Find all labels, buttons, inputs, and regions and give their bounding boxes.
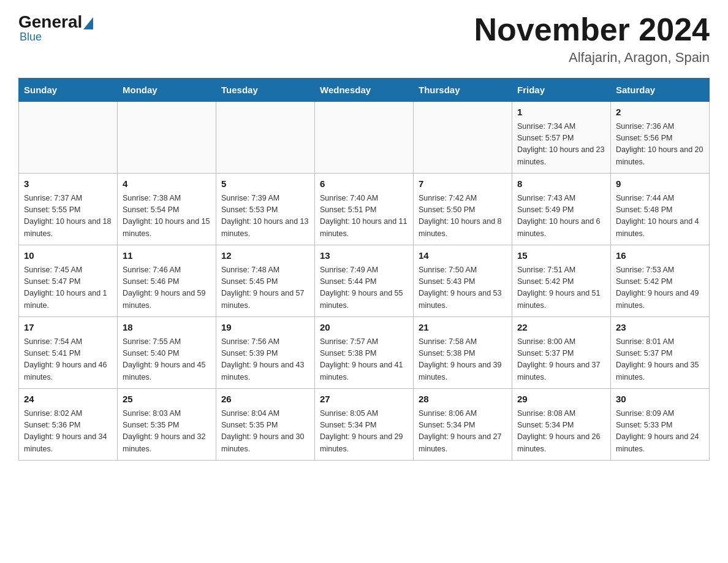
day-info: Sunrise: 8:03 AM Sunset: 5:35 PM Dayligh… [123, 408, 211, 456]
table-row: 6Sunrise: 7:40 AM Sunset: 5:51 PM Daylig… [315, 174, 414, 245]
calendar-table: Sunday Monday Tuesday Wednesday Thursday… [18, 78, 710, 461]
day-number: 22 [517, 321, 605, 335]
day-info: Sunrise: 7:39 AM Sunset: 5:53 PM Dayligh… [221, 193, 309, 240]
calendar-row: 24Sunrise: 8:02 AM Sunset: 5:36 PM Dayli… [19, 389, 710, 461]
day-number: 26 [221, 393, 309, 407]
day-info: Sunrise: 8:08 AM Sunset: 5:34 PM Dayligh… [517, 408, 605, 456]
day-number: 29 [517, 393, 605, 407]
table-row [118, 102, 216, 174]
day-info: Sunrise: 8:00 AM Sunset: 5:37 PM Dayligh… [517, 336, 605, 384]
table-row: 23Sunrise: 8:01 AM Sunset: 5:37 PM Dayli… [611, 317, 710, 389]
table-row [216, 102, 315, 174]
table-row: 10Sunrise: 7:45 AM Sunset: 5:47 PM Dayli… [19, 245, 118, 317]
table-row: 1Sunrise: 7:34 AM Sunset: 5:57 PM Daylig… [512, 102, 611, 174]
day-number: 14 [419, 249, 507, 263]
calendar-row: 3Sunrise: 7:37 AM Sunset: 5:55 PM Daylig… [19, 174, 710, 245]
day-info: Sunrise: 7:58 AM Sunset: 5:38 PM Dayligh… [419, 336, 507, 384]
table-row: 22Sunrise: 8:00 AM Sunset: 5:37 PM Dayli… [512, 317, 611, 389]
day-number: 19 [221, 321, 309, 335]
calendar-header-row: Sunday Monday Tuesday Wednesday Thursday… [19, 79, 710, 102]
table-row: 30Sunrise: 8:09 AM Sunset: 5:33 PM Dayli… [611, 389, 710, 461]
day-number: 8 [517, 177, 605, 191]
table-row: 20Sunrise: 7:57 AM Sunset: 5:38 PM Dayli… [315, 317, 414, 389]
table-row: 16Sunrise: 7:53 AM Sunset: 5:42 PM Dayli… [611, 245, 710, 317]
location-title: Alfajarin, Aragon, Spain [474, 50, 710, 66]
day-info: Sunrise: 7:36 AM Sunset: 5:56 PM Dayligh… [616, 121, 704, 169]
day-info: Sunrise: 7:43 AM Sunset: 5:49 PM Dayligh… [517, 193, 605, 240]
day-number: 24 [24, 393, 112, 407]
header-saturday: Saturday [611, 79, 710, 102]
day-info: Sunrise: 7:54 AM Sunset: 5:41 PM Dayligh… [24, 336, 112, 384]
day-number: 23 [616, 321, 704, 335]
day-number: 5 [221, 177, 309, 191]
header-thursday: Thursday [414, 79, 512, 102]
day-number: 11 [123, 249, 211, 263]
table-row: 12Sunrise: 7:48 AM Sunset: 5:45 PM Dayli… [216, 245, 315, 317]
day-info: Sunrise: 7:53 AM Sunset: 5:42 PM Dayligh… [616, 264, 704, 312]
header-wednesday: Wednesday [315, 79, 414, 102]
table-row: 21Sunrise: 7:58 AM Sunset: 5:38 PM Dayli… [414, 317, 512, 389]
day-number: 9 [616, 177, 704, 191]
day-number: 13 [320, 249, 408, 263]
table-row: 2Sunrise: 7:36 AM Sunset: 5:56 PM Daylig… [611, 102, 710, 174]
table-row: 11Sunrise: 7:46 AM Sunset: 5:46 PM Dayli… [118, 245, 216, 317]
day-number: 30 [616, 393, 704, 407]
day-number: 4 [123, 177, 211, 191]
page-header: General Blue November 2024 Alfajarin, Ar… [18, 12, 710, 66]
day-info: Sunrise: 7:55 AM Sunset: 5:40 PM Dayligh… [123, 336, 211, 384]
table-row: 18Sunrise: 7:55 AM Sunset: 5:40 PM Dayli… [118, 317, 216, 389]
table-row [315, 102, 414, 174]
table-row: 4Sunrise: 7:38 AM Sunset: 5:54 PM Daylig… [118, 174, 216, 245]
day-info: Sunrise: 7:56 AM Sunset: 5:39 PM Dayligh… [221, 336, 309, 384]
table-row: 13Sunrise: 7:49 AM Sunset: 5:44 PM Dayli… [315, 245, 414, 317]
day-number: 16 [616, 249, 704, 263]
table-row: 27Sunrise: 8:05 AM Sunset: 5:34 PM Dayli… [315, 389, 414, 461]
day-number: 15 [517, 249, 605, 263]
day-number: 7 [419, 177, 507, 191]
table-row: 5Sunrise: 7:39 AM Sunset: 5:53 PM Daylig… [216, 174, 315, 245]
table-row: 17Sunrise: 7:54 AM Sunset: 5:41 PM Dayli… [19, 317, 118, 389]
table-row: 25Sunrise: 8:03 AM Sunset: 5:35 PM Dayli… [118, 389, 216, 461]
table-row: 3Sunrise: 7:37 AM Sunset: 5:55 PM Daylig… [19, 174, 118, 245]
day-info: Sunrise: 7:46 AM Sunset: 5:46 PM Dayligh… [123, 264, 211, 312]
table-row: 7Sunrise: 7:42 AM Sunset: 5:50 PM Daylig… [414, 174, 512, 245]
day-number: 6 [320, 177, 408, 191]
day-info: Sunrise: 7:48 AM Sunset: 5:45 PM Dayligh… [221, 264, 309, 312]
logo-triangle-icon [83, 17, 93, 29]
day-info: Sunrise: 8:02 AM Sunset: 5:36 PM Dayligh… [24, 408, 112, 456]
table-row: 26Sunrise: 8:04 AM Sunset: 5:35 PM Dayli… [216, 389, 315, 461]
table-row [19, 102, 118, 174]
day-number: 18 [123, 321, 211, 335]
title-block: November 2024 Alfajarin, Aragon, Spain [474, 12, 710, 66]
logo-general-text: General [18, 12, 82, 32]
table-row: 19Sunrise: 7:56 AM Sunset: 5:39 PM Dayli… [216, 317, 315, 389]
logo-blue-text: Blue [20, 31, 42, 44]
table-row [414, 102, 512, 174]
table-row: 15Sunrise: 7:51 AM Sunset: 5:42 PM Dayli… [512, 245, 611, 317]
day-info: Sunrise: 7:37 AM Sunset: 5:55 PM Dayligh… [24, 193, 112, 240]
table-row: 28Sunrise: 8:06 AM Sunset: 5:34 PM Dayli… [414, 389, 512, 461]
month-title: November 2024 [474, 12, 710, 47]
day-number: 12 [221, 249, 309, 263]
day-info: Sunrise: 7:50 AM Sunset: 5:43 PM Dayligh… [419, 264, 507, 312]
day-info: Sunrise: 8:05 AM Sunset: 5:34 PM Dayligh… [320, 408, 408, 456]
calendar-row: 17Sunrise: 7:54 AM Sunset: 5:41 PM Dayli… [19, 317, 710, 389]
day-number: 21 [419, 321, 507, 335]
day-number: 27 [320, 393, 408, 407]
day-info: Sunrise: 7:57 AM Sunset: 5:38 PM Dayligh… [320, 336, 408, 384]
logo: General Blue [18, 12, 93, 44]
header-tuesday: Tuesday [216, 79, 315, 102]
day-number: 10 [24, 249, 112, 263]
header-sunday: Sunday [19, 79, 118, 102]
day-info: Sunrise: 7:44 AM Sunset: 5:48 PM Dayligh… [616, 193, 704, 240]
table-row: 8Sunrise: 7:43 AM Sunset: 5:49 PM Daylig… [512, 174, 611, 245]
day-info: Sunrise: 7:51 AM Sunset: 5:42 PM Dayligh… [517, 264, 605, 312]
day-number: 2 [616, 105, 704, 120]
day-number: 1 [517, 105, 605, 120]
day-info: Sunrise: 7:34 AM Sunset: 5:57 PM Dayligh… [517, 121, 605, 169]
day-info: Sunrise: 8:04 AM Sunset: 5:35 PM Dayligh… [221, 408, 309, 456]
calendar-row: 1Sunrise: 7:34 AM Sunset: 5:57 PM Daylig… [19, 102, 710, 174]
header-monday: Monday [118, 79, 216, 102]
table-row: 24Sunrise: 8:02 AM Sunset: 5:36 PM Dayli… [19, 389, 118, 461]
day-number: 20 [320, 321, 408, 335]
